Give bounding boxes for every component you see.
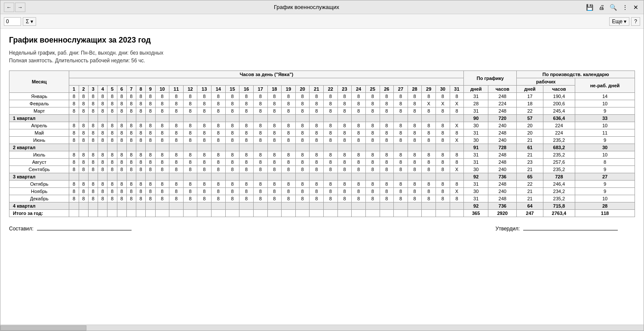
dn-12: 12 (183, 86, 197, 93)
signatures-row: Составил: Утвердил: (9, 217, 635, 240)
schedule-table: Месяц Часов за день ("Явка") По графику … (9, 70, 635, 217)
approved-line (523, 230, 618, 230)
compiled-label: Составил: (9, 226, 34, 232)
dn-13: 13 (197, 86, 212, 93)
header-nonwork: не-раб. дней (575, 78, 635, 93)
table-row: Февраль8888888888888888888888888888XXX28… (9, 100, 635, 107)
dn-11: 11 (169, 86, 184, 93)
header-by-schedule: По графику (464, 71, 517, 86)
compiled-line (37, 230, 132, 230)
table-row: Март888888888888888888888888888888831248… (9, 107, 635, 115)
help-button[interactable]: ? (631, 17, 640, 26)
dn-18: 18 (267, 86, 282, 93)
toolbar: Σ ▾ Еще ▾ ? (0, 14, 644, 29)
table-row: Январь8888888888888888888888888888888312… (9, 93, 635, 100)
report-content: График военнослужащих за 2023 год Недель… (0, 29, 644, 325)
more-button[interactable]: Еще ▾ (609, 17, 630, 26)
header-by-calendar: По производств. календарю (517, 71, 635, 78)
dn-14: 14 (212, 86, 226, 93)
report-title: График военнослужащих за 2023 год (9, 36, 635, 45)
dn-30: 30 (436, 86, 450, 93)
table-row: Июль888888888888888888888888888888831248… (9, 151, 635, 159)
dn-15: 15 (225, 86, 239, 93)
close-button[interactable]: ✕ (632, 3, 640, 12)
dn-22: 22 (324, 86, 338, 93)
main-window: ← → График военнослужащих 💾 🖨 🔍 ⋮ ✕ Σ ▾ … (0, 0, 644, 331)
table-row: Апрель888888888888888888888888888888X302… (9, 122, 635, 129)
total-row: Итого за год:36529202472763,4118 (9, 210, 635, 217)
horizontal-scrollbar[interactable] (0, 325, 644, 331)
back-button[interactable]: ← (4, 3, 14, 12)
save-icon-button[interactable]: 💾 (584, 3, 595, 12)
header-hours: Часов за день ("Явка") (69, 71, 464, 78)
dn-7: 7 (126, 86, 136, 93)
sigma-button[interactable]: Σ ▾ (23, 17, 36, 26)
quarter-row: 2 квартал9172861683,230 (9, 144, 635, 151)
table-row: Октябрь888888888888888888888888888888831… (9, 181, 635, 188)
more-menu-button[interactable]: ⋮ (620, 3, 630, 12)
zoom-icon-button[interactable]: 🔍 (608, 3, 619, 12)
titlebar: ← → График военнослужащих 💾 🖨 🔍 ⋮ ✕ (0, 0, 644, 14)
window-title: График военнослужащих (29, 4, 584, 10)
table-row: Ноябрь888888888888888888888888888888X302… (9, 188, 635, 195)
header-sched-hours: часов (488, 86, 517, 93)
dn-21: 21 (310, 86, 324, 93)
header-cal-hours: часов (543, 86, 575, 93)
report-subtitle1: Недельный график, раб. дни: Пн-Вс, выход… (9, 50, 635, 56)
window-controls: 💾 🖨 🔍 ⋮ ✕ (584, 3, 640, 12)
toolbar-left: Σ ▾ (4, 17, 36, 26)
counter-input[interactable] (4, 17, 21, 26)
dn-8: 8 (136, 86, 146, 93)
dn-6: 6 (117, 86, 126, 93)
dn-28: 28 (408, 86, 422, 93)
header-month: Месяц (9, 71, 69, 93)
print-icon-button[interactable]: 🖨 (597, 3, 606, 12)
dn-23: 23 (337, 86, 352, 93)
dn-19: 19 (282, 86, 296, 93)
dn-4: 4 (98, 86, 107, 93)
quarter-row: 3 квартал927366572827 (9, 173, 635, 181)
forward-button[interactable]: → (15, 3, 25, 12)
header-days-row (69, 78, 464, 86)
dn-3: 3 (88, 86, 98, 93)
dn-20: 20 (295, 86, 310, 93)
header-working: рабочих (517, 78, 575, 86)
dn-29: 29 (422, 86, 436, 93)
dn-25: 25 (365, 86, 380, 93)
dn-27: 27 (394, 86, 408, 93)
approved-label: Утвердил: (496, 226, 520, 232)
dn-2: 2 (79, 86, 88, 93)
dn-9: 9 (146, 86, 155, 93)
header-cal-days: дней (517, 86, 543, 93)
header-sched-days: дней (464, 86, 488, 93)
table-row: Декабрь888888888888888888888888888888831… (9, 195, 635, 202)
nav-buttons: ← → (4, 3, 25, 12)
dn-1: 1 (69, 86, 79, 93)
table-row: Июнь888888888888888888888888888888X30240… (9, 137, 635, 144)
quarter-row: 4 квартал9273664715,828 (9, 202, 635, 210)
quarter-row: 1 квартал9072057636,433 (9, 115, 635, 122)
dn-24: 24 (352, 86, 366, 93)
dn-5: 5 (107, 86, 117, 93)
dn-31: 31 (450, 86, 464, 93)
report-subtitle2: Полная занятость. Длительность рабочей н… (9, 58, 635, 64)
scrollbar-thumb[interactable] (0, 325, 86, 331)
dn-17: 17 (253, 86, 267, 93)
dn-10: 10 (155, 86, 169, 93)
dn-26: 26 (380, 86, 394, 93)
table-row: Сентябрь888888888888888888888888888888X3… (9, 166, 635, 173)
table-row: Август8888888888888888888888888888888312… (9, 159, 635, 166)
toolbar-right: Еще ▾ ? (609, 17, 640, 26)
dn-16: 16 (239, 86, 254, 93)
table-row: Май8888888888888888888888888888888312482… (9, 129, 635, 137)
